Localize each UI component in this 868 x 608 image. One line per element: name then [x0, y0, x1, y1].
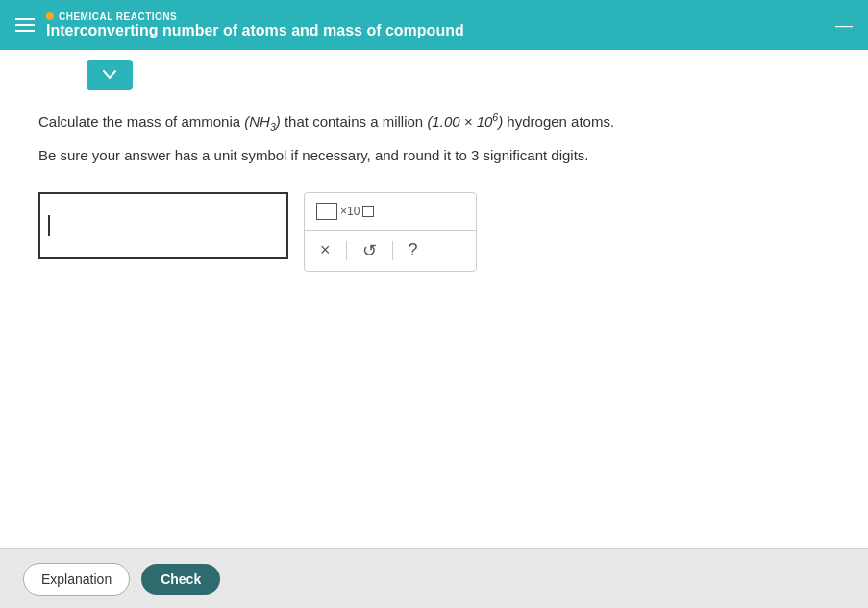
help-button[interactable]: ? [401, 236, 426, 264]
minimize-button[interactable]: — [835, 16, 853, 34]
question-line1: Calculate the mass of ammonia (NH3) that… [38, 109, 830, 135]
sci-mantissa-box [316, 203, 337, 220]
chemical-formula: (NH3) [244, 113, 281, 130]
answer-area: ×10 × ↺ ? [38, 192, 830, 272]
dropdown-button[interactable] [87, 60, 133, 90]
sci-panel-top: ×10 [305, 193, 476, 231]
main-content: Calculate the mass of ammonia (NH3) that… [0, 90, 868, 551]
explanation-button[interactable]: Explanation [23, 563, 130, 596]
footer: Explanation Check [0, 548, 868, 608]
scientific-value: (1.00 × 106) [427, 113, 503, 130]
sci-notation-display: ×10 [316, 203, 374, 220]
menu-icon[interactable] [15, 18, 35, 32]
undo-button[interactable]: ↺ [355, 236, 384, 265]
button-divider [346, 241, 347, 260]
dropdown-container [0, 50, 868, 90]
clear-button[interactable]: × [312, 236, 338, 264]
header: CHEMICAL REACTIONS Interconverting numbe… [0, 0, 868, 50]
sci-panel-buttons: × ↺ ? [305, 231, 476, 271]
check-button[interactable]: Check [141, 564, 220, 595]
cursor-indicator [48, 215, 50, 236]
orange-dot-icon [46, 12, 54, 20]
header-text-group: CHEMICAL REACTIONS Interconverting numbe… [46, 12, 464, 39]
header-title: Interconverting number of atoms and mass… [46, 22, 464, 39]
sci-exponent-box [362, 206, 374, 217]
scientific-notation-panel: ×10 × ↺ ? [304, 192, 477, 272]
answer-input-box[interactable] [38, 192, 288, 259]
instruction-text: Be sure your answer has a unit symbol if… [38, 147, 830, 163]
header-category: CHEMICAL REACTIONS [46, 12, 464, 22]
button-divider-2 [392, 241, 393, 260]
